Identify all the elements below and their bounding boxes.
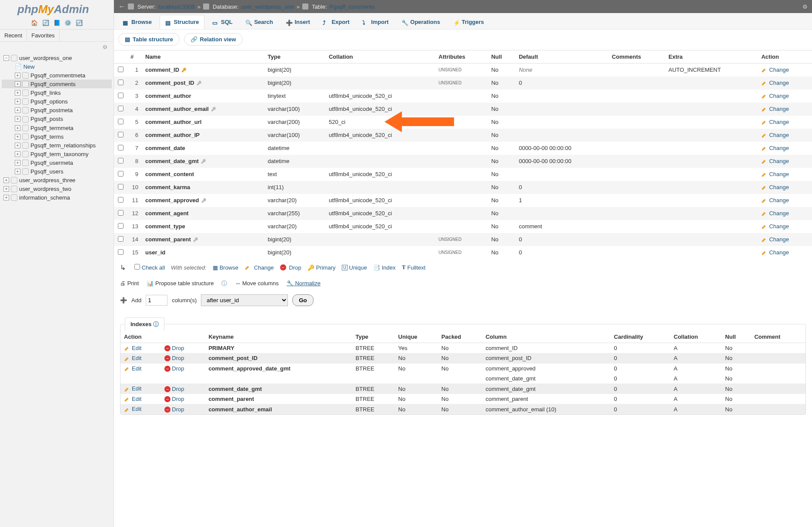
tree-table-Pgsqff_term_relationships[interactable]: +Pgsqff_term_relationships: [2, 141, 112, 150]
check-all-link[interactable]: Check all: [142, 264, 165, 271]
reload-icon[interactable]: 🔃: [76, 20, 83, 27]
tree-db-1[interactable]: −user_wordpress_one: [2, 53, 112, 62]
col-name[interactable]: comment_parent: [145, 236, 191, 243]
change-link[interactable]: Change: [769, 145, 789, 151]
edit-index-link[interactable]: Edit: [132, 365, 141, 372]
tab-import[interactable]: ⤵Import: [357, 15, 394, 29]
row-checkbox[interactable]: [118, 197, 124, 203]
th-null[interactable]: Null: [488, 50, 515, 63]
drop-index-link[interactable]: Drop: [172, 365, 184, 372]
drop-index-link[interactable]: Drop: [172, 345, 184, 351]
row-checkbox[interactable]: [118, 67, 124, 72]
help-icon[interactable]: ⓘ: [153, 321, 159, 327]
tab-operations[interactable]: 🔧Operations: [396, 15, 445, 29]
th-extra[interactable]: Extra: [665, 50, 758, 63]
tab-structure[interactable]: ▤Structure: [160, 15, 205, 29]
col-name[interactable]: comment_date_gmt: [145, 158, 199, 164]
add-position-select[interactable]: after user_id: [201, 294, 288, 306]
propose-link[interactable]: 📊 Propose table structure: [147, 280, 214, 287]
change-link[interactable]: Change: [769, 158, 789, 164]
collapse-icon[interactable]: ⊖: [0, 42, 114, 53]
row-checkbox[interactable]: [118, 210, 124, 216]
th-default[interactable]: Default: [515, 50, 608, 63]
change-link[interactable]: Change: [769, 249, 789, 256]
tree-table-Pgsqff_terms[interactable]: +Pgsqff_terms: [2, 132, 112, 141]
tab-browse[interactable]: ▦Browse: [117, 15, 157, 29]
edit-index-link[interactable]: Edit: [132, 396, 141, 402]
change-link[interactable]: Change: [769, 80, 789, 86]
tree-table-Pgsqff_commentmeta[interactable]: +Pgsqff_commentmeta: [2, 71, 112, 80]
tree-table-Pgsqff_comments[interactable]: +Pgsqff_comments: [2, 80, 112, 88]
tree-table-Pgsqff_term_taxonomy[interactable]: +Pgsqff_term_taxonomy: [2, 150, 112, 158]
bulk-unique[interactable]: 🅄 Unique: [342, 264, 367, 271]
bulk-fulltext[interactable]: 𝐓 Fulltext: [402, 264, 426, 271]
change-link[interactable]: Change: [769, 210, 789, 217]
row-checkbox[interactable]: [118, 223, 124, 229]
add-count-input[interactable]: [146, 295, 167, 306]
change-link[interactable]: Change: [769, 184, 789, 190]
tree-db-4[interactable]: +information_schema: [2, 193, 112, 202]
row-checkbox[interactable]: [118, 184, 124, 190]
change-link[interactable]: Change: [769, 93, 789, 99]
recent-tab[interactable]: Recent: [0, 30, 27, 41]
change-link[interactable]: Change: [769, 106, 789, 112]
col-name[interactable]: comment_author: [145, 93, 191, 99]
drop-index-link[interactable]: Drop: [172, 396, 184, 402]
bc-db[interactable]: user_wordpress_one: [241, 3, 294, 10]
th-name[interactable]: Name: [142, 50, 264, 63]
docs-icon[interactable]: 📘: [53, 20, 60, 27]
col-name[interactable]: comment_date: [145, 145, 185, 151]
row-checkbox[interactable]: [118, 145, 124, 150]
col-name[interactable]: comment_karma: [145, 184, 190, 190]
row-checkbox[interactable]: [118, 158, 124, 163]
tree-new[interactable]: 📄 New: [2, 62, 112, 71]
settings-icon[interactable]: ⚙️: [64, 20, 71, 27]
col-name[interactable]: comment_ID: [145, 67, 179, 73]
th-attributes[interactable]: Attributes: [435, 50, 488, 63]
edit-index-link[interactable]: Edit: [132, 406, 141, 412]
subtab-relation-view[interactable]: 🔗Relation view: [184, 33, 243, 46]
tree-table-Pgsqff_users[interactable]: +Pgsqff_users: [2, 167, 112, 176]
tab-sql[interactable]: ▭SQL: [207, 15, 238, 29]
tab-export[interactable]: ⤴Export: [317, 15, 354, 29]
tree-db-3[interactable]: +user_wordpress_two: [2, 184, 112, 193]
move-cols-link[interactable]: ↔ Move columns: [235, 280, 278, 287]
col-name[interactable]: comment_author_IP: [145, 132, 200, 138]
change-link[interactable]: Change: [769, 132, 789, 138]
row-checkbox[interactable]: [118, 93, 124, 98]
row-checkbox[interactable]: [118, 132, 124, 137]
bc-table[interactable]: Pgsqff_comments: [330, 3, 375, 10]
change-link[interactable]: Change: [769, 223, 789, 230]
check-all-checkbox[interactable]: [134, 264, 140, 270]
back-arrow-icon[interactable]: ←: [118, 3, 125, 10]
edit-index-link[interactable]: Edit: [132, 345, 141, 351]
favorites-tab[interactable]: Favorites: [27, 30, 59, 41]
go-button[interactable]: Go: [292, 294, 314, 306]
edit-index-link[interactable]: Edit: [132, 385, 141, 392]
col-name[interactable]: comment_type: [145, 223, 185, 230]
edit-index-link[interactable]: Edit: [132, 355, 141, 361]
bulk-index[interactable]: 📑 Index: [373, 264, 396, 271]
help-icon[interactable]: ⓘ: [221, 280, 227, 287]
page-settings-icon[interactable]: ⚙: [802, 3, 808, 10]
logout-icon[interactable]: 🔄: [42, 20, 49, 27]
tab-search[interactable]: 🔍Search: [240, 15, 278, 29]
col-name[interactable]: comment_content: [145, 171, 194, 177]
tab-insert[interactable]: ➕Insert: [281, 15, 315, 29]
th-collation[interactable]: Collation: [325, 50, 435, 63]
tree-table-Pgsqff_options[interactable]: +Pgsqff_options: [2, 97, 112, 106]
tree-table-Pgsqff_posts[interactable]: +Pgsqff_posts: [2, 114, 112, 123]
row-checkbox[interactable]: [118, 171, 124, 177]
row-checkbox[interactable]: [118, 236, 124, 242]
col-name[interactable]: comment_approved: [145, 197, 199, 203]
col-name[interactable]: user_id: [145, 249, 165, 256]
subtab-table-structure[interactable]: ▤Table structure: [118, 33, 180, 46]
normalize-link[interactable]: 🔧 Normalize: [287, 280, 321, 287]
drop-index-link[interactable]: Drop: [172, 406, 184, 413]
tree-table-Pgsqff_usermeta[interactable]: +Pgsqff_usermeta: [2, 158, 112, 167]
home-icon[interactable]: 🏠: [31, 20, 38, 27]
tree-table-Pgsqff_termmeta[interactable]: +Pgsqff_termmeta: [2, 123, 112, 132]
col-name[interactable]: comment_post_ID: [145, 80, 194, 86]
col-name[interactable]: comment_agent: [145, 210, 189, 217]
col-name[interactable]: comment_author_email: [145, 106, 209, 112]
